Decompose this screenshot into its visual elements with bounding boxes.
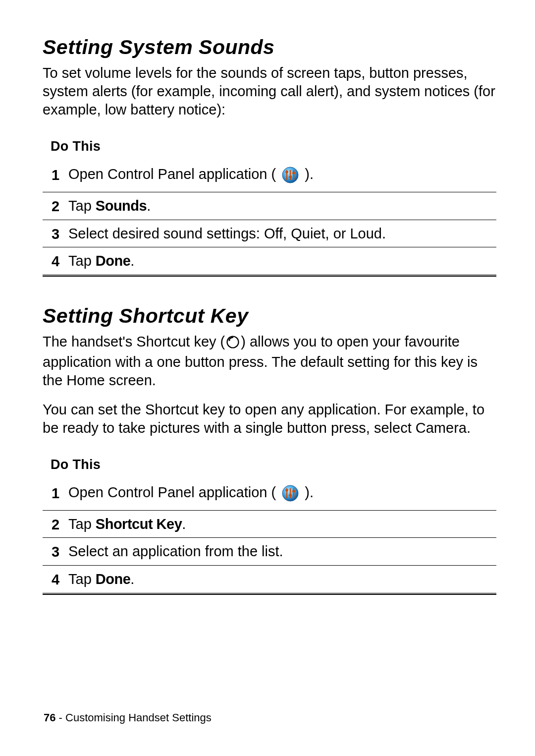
step-row: 3 Select an application from the list.	[43, 537, 496, 565]
step-number: 4	[43, 250, 68, 272]
step-row: 4 Tap Done.	[43, 565, 496, 593]
page-number: 76	[44, 711, 55, 724]
svg-rect-5	[289, 176, 292, 178]
steps-list-shortcut: 1 Open Control Panel application ( ). 2 …	[43, 479, 498, 594]
step-number: 2	[43, 514, 68, 535]
step-row: 1 Open Control Panel application ( ).	[43, 479, 496, 510]
step-text-post: ).	[301, 484, 314, 500]
intro-text-pre: The handset's Shortcut key (	[43, 334, 225, 349]
svg-rect-6	[292, 172, 295, 174]
step-row: 1 Open Control Panel application ( ).	[43, 161, 496, 192]
step-row: 2 Tap Shortcut Key.	[43, 510, 496, 538]
svg-point-7	[227, 336, 239, 348]
step-text-pre: Tap	[68, 253, 96, 269]
do-this-heading-1: Do This	[51, 139, 498, 154]
step-text-pre: Tap	[68, 516, 96, 532]
steps-list-sounds: 1 Open Control Panel application ( ). 2 …	[43, 161, 498, 276]
steps-end-rule	[43, 275, 496, 277]
step-number: 1	[43, 164, 68, 185]
shortcut-key-icon	[226, 335, 239, 353]
svg-rect-4	[285, 171, 288, 173]
svg-rect-15	[292, 490, 295, 492]
step-text: Open Control Panel application ( ).	[68, 164, 496, 189]
step-text: Tap Sounds.	[68, 196, 496, 216]
step-text: Select an application from the list.	[68, 541, 496, 562]
step-text-post: .	[130, 571, 134, 587]
step-row: 3 Select desired sound settings: Off, Qu…	[43, 220, 496, 247]
control-panel-icon	[282, 485, 299, 507]
svg-rect-14	[289, 494, 292, 496]
step-number: 3	[43, 541, 68, 562]
intro-sounds: To set volume levels for the sounds of s…	[43, 64, 498, 119]
step-number: 2	[43, 195, 68, 217]
step-text: Tap Done.	[68, 569, 496, 589]
step-row: 2 Tap Sounds.	[43, 192, 496, 220]
step-text-post: ).	[301, 166, 314, 182]
step-text-pre: Open Control Panel application (	[68, 484, 280, 500]
keyword-done: Done	[96, 571, 131, 587]
section-title-shortcut: Setting Shortcut Key	[43, 304, 498, 328]
do-this-heading-2: Do This	[51, 457, 498, 472]
step-number: 3	[43, 223, 68, 244]
step-text-pre: Select desired sound settings: Off, Quie…	[68, 226, 386, 241]
intro-shortcut-2: You can set the Shortcut key to open any…	[43, 401, 498, 437]
step-number: 4	[43, 569, 68, 590]
step-row: 4 Tap Done.	[43, 247, 496, 275]
step-text-post: .	[182, 516, 186, 532]
step-text-pre: Open Control Panel application (	[68, 166, 280, 182]
control-panel-icon	[282, 167, 299, 189]
keyword-done: Done	[96, 253, 131, 269]
chapter-name: Customising Handset Settings	[65, 711, 212, 724]
keyword-sounds: Sounds	[96, 198, 147, 214]
step-text: Tap Done.	[68, 251, 496, 271]
step-text: Select desired sound settings: Off, Quie…	[68, 224, 496, 244]
step-text-post: .	[147, 198, 151, 214]
svg-rect-13	[285, 489, 288, 491]
intro-shortcut-1: The handset's Shortcut key () allows you…	[43, 333, 498, 390]
section-title-sounds: Setting System Sounds	[43, 36, 498, 59]
step-text-pre: Tap	[68, 571, 96, 587]
step-text-pre: Select an application from the list.	[68, 543, 283, 559]
step-text-post: .	[130, 253, 134, 269]
step-number: 1	[43, 482, 68, 504]
page-footer: 76 - Customising Handset Settings	[44, 711, 212, 724]
step-text-pre: Tap	[68, 198, 96, 214]
keyword-shortcut-key: Shortcut Key	[96, 516, 182, 532]
step-text: Open Control Panel application ( ).	[68, 482, 496, 507]
step-text: Tap Shortcut Key.	[68, 514, 496, 534]
footer-sep: -	[55, 711, 65, 724]
steps-end-rule	[43, 593, 496, 595]
page-content: Setting System Sounds To set volume leve…	[0, 0, 535, 595]
